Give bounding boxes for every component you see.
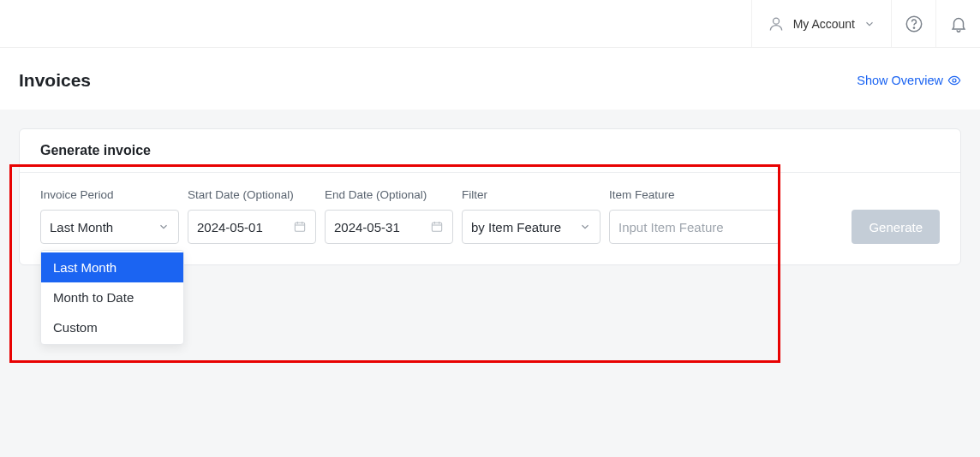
chevron-down-icon [863,18,875,30]
page-title: Invoices [19,70,91,91]
item-feature-input-wrap[interactable] [609,210,780,244]
calendar-icon [430,220,444,234]
end-date-value[interactable] [334,220,430,234]
end-date-field: End Date (Optional) [325,188,453,244]
chevron-down-icon [579,221,591,233]
dropdown-option-month-to-date[interactable]: Month to Date [41,282,183,312]
my-account-label: My Account [793,17,855,31]
content-area: Generate invoice Invoice Period Last Mon… [0,110,980,457]
svg-point-2 [913,27,914,27]
filter-value: by Item Feature [471,220,579,234]
generate-button[interactable]: Generate [852,210,940,244]
invoice-period-dropdown: Last Month Month to Date Custom [40,250,184,345]
filter-field: Filter by Item Feature [462,188,601,244]
invoice-period-label: Invoice Period [40,188,179,201]
generate-button-label: Generate [869,220,923,234]
end-date-input[interactable] [325,210,453,244]
generate-invoice-card: Generate invoice Invoice Period Last Mon… [19,128,961,265]
filter-label: Filter [462,188,601,201]
show-overview-label: Show Overview [857,74,943,87]
end-date-label: End Date (Optional) [325,188,453,201]
svg-point-3 [953,79,956,82]
start-date-input[interactable] [188,210,316,244]
dropdown-option-last-month[interactable]: Last Month [41,252,183,282]
card-title: Generate invoice [20,129,960,173]
chevron-down-icon [158,221,170,233]
page-bar: Invoices Show Overview [0,48,980,110]
item-feature-input[interactable] [618,220,771,234]
start-date-label: Start Date (Optional) [188,188,316,201]
user-icon [768,15,785,33]
item-feature-field: Item Feature [609,188,780,244]
card-body: Invoice Period Last Month Last Month Mon… [20,173,960,264]
item-feature-label: Item Feature [609,188,780,201]
top-header: My Account [0,0,980,48]
svg-rect-8 [432,223,441,231]
notifications-button[interactable] [935,0,980,48]
dropdown-option-custom[interactable]: Custom [41,312,183,342]
start-date-value[interactable] [197,220,293,234]
show-overview-link[interactable]: Show Overview [857,74,961,87]
start-date-field: Start Date (Optional) [188,188,316,244]
invoice-period-value: Last Month [50,220,158,234]
my-account-menu[interactable]: My Account [751,0,891,48]
invoice-period-field: Invoice Period Last Month Last Month Mon… [40,188,179,244]
invoice-period-select[interactable]: Last Month [40,210,179,244]
svg-point-0 [773,18,779,24]
eye-icon [947,74,961,87]
help-button[interactable] [891,0,935,48]
bell-icon [949,15,968,33]
calendar-icon [293,220,307,234]
filter-select[interactable]: by Item Feature [462,210,601,244]
help-icon [905,15,923,33]
svg-rect-4 [295,223,304,231]
